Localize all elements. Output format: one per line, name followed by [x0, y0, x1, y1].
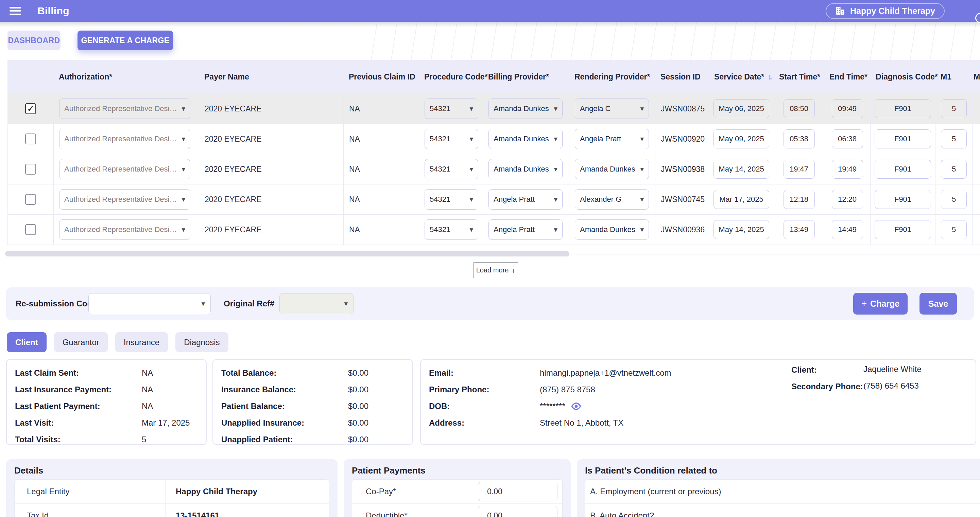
tab-insurance[interactable]: Insurance [115, 332, 168, 352]
last-visit-label: Last Visit: [15, 418, 142, 428]
billing-provider-select[interactable]: Angela Pratt [488, 189, 563, 209]
email-value: himangi.papneja+1@vtnetzwelt.com [540, 368, 671, 378]
rendering-provider-select[interactable]: Angela C [575, 98, 649, 119]
primary-phone-value: (875) 875 8758 [540, 385, 595, 394]
authorization-select[interactable]: Authorized Representative Design... [59, 98, 190, 119]
col-previous-claim-id: Previous Claim ID [343, 72, 419, 81]
col-end-time: End Time* [824, 72, 870, 81]
last-claim-sent-label: Last Claim Sent: [15, 368, 142, 378]
total-visits-value: 5 [142, 435, 146, 444]
chevron-down-icon [637, 165, 644, 174]
end-time-field[interactable]: 14:49 [832, 220, 863, 239]
table-header-row: Authorization* Payer Name Previous Claim… [8, 60, 980, 94]
tab-client[interactable]: Client [7, 332, 46, 352]
service-date-field[interactable]: May 14, 2025 [713, 160, 769, 179]
authorization-select[interactable]: Authorized Representative Design... [59, 129, 190, 149]
start-time-field[interactable]: 08:50 [784, 99, 815, 118]
dashboard-button[interactable]: DASHBOARD [8, 30, 60, 50]
diagnosis-code-field[interactable]: F901 [875, 190, 931, 209]
session-id-cell: JWSN00875 [655, 94, 709, 124]
dob-masked-value: ******** [540, 401, 565, 411]
end-time-field[interactable]: 12:20 [832, 190, 863, 209]
col-payer-name: Payer Name [199, 72, 343, 81]
col-session-id: Session ID [655, 72, 709, 81]
original-ref-select[interactable] [279, 293, 353, 314]
patient-balance-value: $0.00 [348, 401, 369, 411]
end-time-field[interactable]: 09:49 [832, 99, 863, 118]
m1-field[interactable]: 5 [941, 129, 967, 148]
resubmission-code-select[interactable] [88, 293, 211, 314]
billing-provider-select[interactable]: Angela Pratt [488, 219, 563, 240]
header-shadow [0, 22, 980, 27]
start-time-field[interactable]: 12:18 [784, 190, 815, 209]
rendering-provider-select[interactable]: Angela Pratt [575, 129, 649, 149]
chevron-down-icon [178, 165, 185, 174]
m1-field[interactable]: 5 [941, 160, 967, 179]
service-date-field[interactable]: Mar 17, 2025 [713, 190, 769, 209]
co-pay-label: Co-Pay* [352, 480, 473, 503]
add-charge-button[interactable]: Charge [853, 293, 908, 314]
billing-provider-select[interactable]: Amanda Dunkes [488, 129, 563, 149]
service-date-field[interactable]: May 09, 2025 [713, 129, 769, 148]
total-balance-label: Total Balance: [221, 368, 348, 378]
diagnosis-code-field[interactable]: F901 [875, 99, 931, 118]
procedure-code-select[interactable]: 54321 [425, 159, 478, 179]
generate-charge-button[interactable]: GENERATE A CHARGE [78, 30, 173, 50]
procedure-code-select[interactable]: 54321 [425, 189, 478, 209]
table-row: Authorized Representative Design... 2020… [8, 94, 980, 124]
org-badge[interactable]: Happy Child Therapy [826, 3, 945, 19]
sort-icon[interactable] [768, 72, 773, 81]
billing-page: Billing Happy Child Therapy DASHBOARD GE… [0, 0, 980, 517]
diagnosis-code-field[interactable]: F901 [875, 160, 931, 179]
row-checkbox[interactable] [25, 103, 36, 114]
row-checkbox[interactable] [25, 194, 36, 205]
diagnosis-code-field[interactable]: F901 [875, 129, 931, 148]
avatar[interactable] [975, 13, 980, 23]
start-time-field[interactable]: 13:49 [784, 220, 815, 239]
chevron-down-icon [637, 195, 644, 204]
building-icon [835, 6, 845, 16]
m1-field[interactable]: 5 [941, 220, 967, 239]
rendering-provider-select[interactable]: Alexander G [575, 189, 649, 209]
details-panel: Details Legal Entity Happy Child Therapy… [6, 459, 337, 517]
address-value: Street No 1, Abbott, TX [540, 418, 624, 428]
billing-provider-select[interactable]: Amanda Dunkes [488, 159, 563, 179]
load-more-button[interactable]: Load more [473, 262, 518, 278]
start-time-field[interactable]: 05:38 [784, 129, 815, 148]
rendering-provider-select[interactable]: Amanda Dunkes [575, 159, 649, 179]
last-patient-payment-label: Last Patient Payment: [15, 401, 142, 411]
procedure-code-select[interactable]: 54321 [425, 129, 478, 149]
row-checkbox[interactable] [25, 164, 36, 174]
eye-icon[interactable] [571, 402, 582, 410]
authorization-select[interactable]: Authorized Representative Design... [59, 219, 190, 240]
tab-guarantor[interactable]: Guarantor [54, 332, 108, 352]
service-date-field[interactable]: May 06, 2025 [713, 99, 769, 118]
authorization-select[interactable]: Authorized Representative Design... [59, 189, 190, 209]
last-insurance-payment-label: Last Insurance Payment: [15, 385, 142, 394]
m1-field[interactable]: 5 [941, 190, 967, 209]
authorization-select[interactable]: Authorized Representative Design... [59, 159, 190, 179]
procedure-code-select[interactable]: 54321 [425, 219, 478, 240]
end-time-field[interactable]: 19:49 [832, 160, 863, 179]
auto-accident-question-label: B. Auto Accident? [585, 511, 980, 517]
total-balance-value: $0.00 [348, 368, 369, 378]
tab-diagnosis[interactable]: Diagnosis [175, 332, 228, 352]
row-checkbox[interactable] [25, 133, 36, 144]
billing-provider-select[interactable]: Amanda Dunkes [488, 98, 563, 119]
procedure-code-select[interactable]: 54321 [425, 98, 478, 119]
deductible-input[interactable] [478, 506, 557, 517]
start-time-field[interactable]: 19:47 [784, 160, 815, 179]
row-checkbox[interactable] [25, 224, 36, 235]
horizontal-scrollbar[interactable] [5, 251, 570, 257]
service-date-field[interactable]: May 14, 2025 [713, 220, 769, 239]
save-button[interactable]: Save [920, 293, 957, 314]
legal-entity-label: Legal Entity [14, 480, 165, 503]
m1-field[interactable]: 5 [941, 99, 967, 118]
charges-table: Authorization* Payer Name Previous Claim… [8, 60, 980, 245]
rendering-provider-select[interactable]: Amanda Dunkes [575, 219, 649, 240]
diagnosis-code-field[interactable]: F901 [875, 220, 931, 239]
co-pay-input[interactable] [478, 482, 557, 501]
end-time-field[interactable]: 06:38 [832, 129, 863, 148]
chevron-down-icon [178, 135, 185, 143]
menu-icon[interactable] [10, 7, 21, 15]
